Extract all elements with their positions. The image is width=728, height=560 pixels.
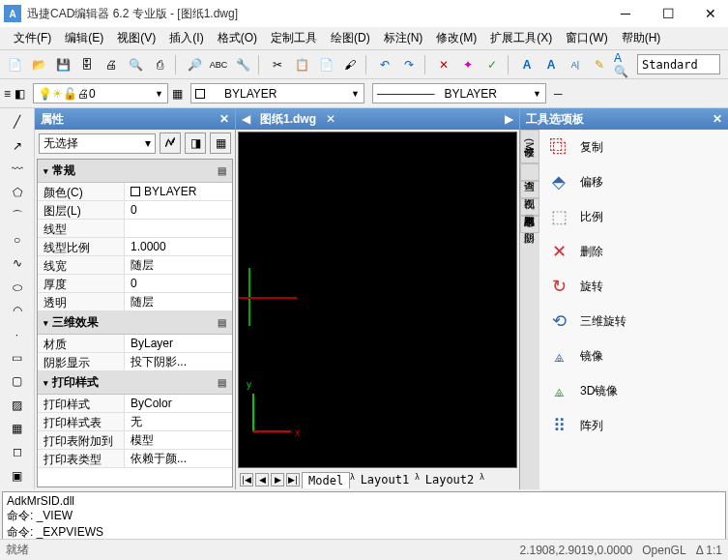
selection-dropdown[interactable]: 无选择 ▾ (39, 133, 156, 154)
textedit-icon[interactable]: ✎ (589, 54, 610, 75)
ellipse-icon[interactable]: ⬭ (7, 278, 28, 297)
menu-item[interactable]: 扩展工具(X) (484, 28, 558, 48)
ray-icon[interactable]: ↗ (7, 135, 28, 155)
prop-row[interactable]: 线型 (38, 220, 232, 238)
close-button[interactable]: ✕ (697, 4, 724, 23)
prop-row[interactable]: 打印表附加到模型 (38, 431, 232, 450)
prop-section-header[interactable]: ▾打印样式▤ (38, 371, 232, 395)
palette-tool-item[interactable]: ⟲三维旋转 (539, 304, 728, 339)
matchprops-icon[interactable]: 🖌 (339, 54, 361, 75)
quickselect-icon[interactable]: 🗲 (160, 133, 181, 154)
tab-last-icon[interactable]: ▶| (286, 473, 300, 486)
palette-side-tab[interactable]: 视图 (520, 181, 539, 198)
preview-icon[interactable]: 🔍 (125, 54, 146, 75)
tool-icon[interactable]: 🔧 (232, 54, 253, 75)
new-icon[interactable]: 📄 (4, 54, 25, 75)
textstyle-a-icon[interactable]: A (516, 54, 538, 75)
palette-tool-item[interactable]: ✕删除 (539, 234, 728, 269)
palette-tool-item[interactable]: ⟁3D镜像 (539, 373, 728, 408)
textstyle-a2-icon[interactable]: A (540, 54, 562, 75)
ellipsearc-icon[interactable]: ◠ (7, 301, 28, 320)
point-icon[interactable]: · (7, 324, 28, 343)
boundary-icon[interactable]: ▣ (7, 466, 28, 486)
prop-row[interactable]: 透明随层 (38, 293, 232, 311)
togglepai-icon[interactable]: ▦ (210, 133, 231, 154)
palette-tool-item[interactable]: ⿻复制 (539, 130, 728, 164)
find-icon[interactable]: 🔎 (184, 54, 205, 75)
color-dropdown[interactable]: BYLAYER ▼ (190, 83, 364, 103)
line-icon[interactable]: ╱ (7, 112, 28, 132)
open-icon[interactable]: 📂 (28, 54, 49, 75)
rectangle-icon[interactable]: ▢ (7, 371, 28, 391)
redo-icon[interactable]: ↷ (398, 54, 420, 75)
block-icon[interactable]: ▭ (7, 348, 28, 368)
menu-item[interactable]: 插入(I) (163, 28, 209, 48)
document-tab[interactable]: 图纸1.dwg (254, 110, 322, 129)
tab-prev-icon[interactable]: ◀ (255, 473, 269, 486)
spellcheck-icon[interactable]: ABC (208, 54, 229, 75)
prop-row[interactable]: 打印样式ByColor (38, 395, 232, 413)
menu-item[interactable]: 窗口(W) (560, 28, 613, 48)
prop-row[interactable]: 图层(L)0 (38, 201, 232, 220)
textfind-icon[interactable]: A🔍 (613, 54, 634, 75)
region-icon[interactable]: ◻ (7, 442, 28, 461)
palette-side-tab[interactable]: 查询 (520, 163, 539, 181)
palette-tool-item[interactable]: ↻旋转 (539, 269, 728, 304)
saveall-icon[interactable]: 🗄 (76, 54, 98, 75)
printconfig-icon[interactable]: ⎙ (149, 54, 170, 75)
prop-row[interactable]: 阴影显示投下阴影... (38, 353, 232, 371)
menu-item[interactable]: 帮助(H) (616, 28, 667, 48)
layout-tab[interactable]: Model (302, 472, 350, 488)
palette-side-tab[interactable]: 阴影 (520, 216, 539, 233)
menu-item[interactable]: 视图(V) (111, 28, 161, 48)
toolpalette-close-icon[interactable]: ✕ (713, 112, 722, 126)
palette-tool-item[interactable]: ⠿阵列 (539, 408, 728, 443)
polyline-icon[interactable]: 〰 (7, 160, 28, 179)
spline-icon[interactable]: ∿ (7, 253, 28, 273)
status-mode[interactable]: OpenGL (642, 544, 685, 557)
menu-item[interactable]: 编辑(E) (59, 28, 109, 48)
menu-item[interactable]: 定制工具 (265, 28, 323, 48)
menu-item[interactable]: 修改(M) (430, 28, 482, 48)
layers-icon[interactable]: ≡ (4, 87, 11, 101)
palette-tool-item[interactable]: ⬘偏移 (539, 164, 728, 199)
menu-item[interactable]: 文件(F) (8, 28, 57, 48)
layerstate-icon[interactable]: ◧ (15, 87, 25, 101)
selectobj-icon[interactable]: ◨ (185, 133, 206, 154)
prop-section-header[interactable]: ▾三维效果▤ (38, 311, 232, 335)
copy-icon[interactable]: 📋 (291, 54, 312, 75)
textstyle-aa-icon[interactable]: A| (565, 54, 586, 75)
prop-row[interactable]: 颜色(C) BYLAYER (38, 183, 232, 201)
layout-tab[interactable]: Layout1 (355, 472, 416, 488)
palette-tool-item[interactable]: ⟁镜像 (539, 339, 728, 373)
circle-icon[interactable]: ○ (7, 230, 28, 250)
status-scale[interactable]: Δ 1:1 (696, 544, 722, 557)
tab-next-icon[interactable]: ▶ (271, 473, 284, 486)
layout-tab[interactable]: Layout2 (420, 472, 480, 488)
prop-row[interactable]: 线型比例1.0000 (38, 238, 232, 256)
layercolor-icon[interactable]: ▦ (172, 87, 183, 101)
arc-icon[interactable]: ⌒ (7, 207, 28, 226)
prop-row[interactable]: 材质ByLayer (38, 335, 232, 353)
textstyle-dropdown[interactable]: Standard (637, 54, 720, 74)
paste-icon[interactable]: 📄 (315, 54, 336, 75)
menu-item[interactable]: 绘图(D) (325, 28, 376, 48)
palette-side-tab[interactable]: 修改(M) (520, 130, 539, 163)
polygon-icon[interactable]: ⬠ (7, 183, 28, 202)
maximize-button[interactable]: ☐ (655, 4, 682, 23)
linetype-dropdown[interactable]: ─────── BYLAYER ▼ (372, 83, 546, 103)
menu-item[interactable]: 格式(O) (212, 28, 263, 48)
delete-icon[interactable]: ✕ (433, 54, 454, 75)
hatch2-icon[interactable]: ▦ (7, 419, 28, 438)
layer-dropdown[interactable]: 💡☀🔓🖨 0 ▼ (33, 83, 168, 103)
drawing-canvas[interactable]: x y (238, 132, 517, 468)
properties-close-icon[interactable]: ✕ (219, 112, 229, 126)
lineweight-icon[interactable]: ─ (554, 87, 563, 101)
prop-section-header[interactable]: ▾常规▤ (38, 160, 232, 183)
print-icon[interactable]: 🖨 (101, 54, 122, 75)
hatch-icon[interactable]: ▨ (7, 396, 28, 415)
prop-row[interactable]: 打印表类型依赖于颜... (38, 450, 232, 468)
cut-icon[interactable]: ✂ (267, 54, 288, 75)
purge-icon[interactable]: ✦ (457, 54, 479, 75)
minimize-button[interactable]: ─ (612, 4, 639, 23)
